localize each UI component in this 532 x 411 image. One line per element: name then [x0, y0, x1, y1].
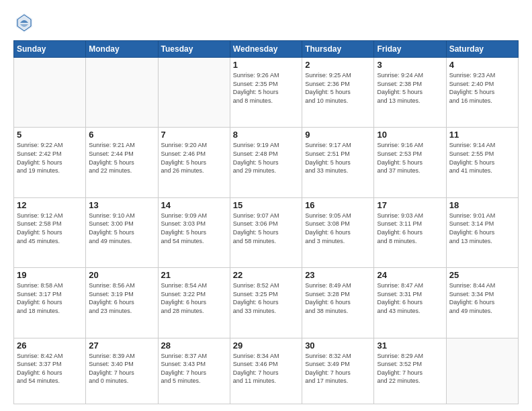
day-info: Sunrise: 9:10 AM Sunset: 3:00 PM Dayligh…: [89, 212, 154, 245]
day-number: 20: [89, 270, 154, 280]
day-number: 6: [89, 130, 154, 140]
calendar-cell: 23Sunrise: 8:49 AM Sunset: 3:28 PM Dayli…: [302, 268, 374, 338]
day-info: Sunrise: 8:54 AM Sunset: 3:22 PM Dayligh…: [161, 281, 227, 315]
day-info: Sunrise: 9:23 AM Sunset: 2:40 PM Dayligh…: [449, 71, 515, 105]
calendar-week-row: 12Sunrise: 9:12 AM Sunset: 2:58 PM Dayli…: [14, 197, 519, 267]
day-info: Sunrise: 9:21 AM Sunset: 2:44 PM Dayligh…: [89, 141, 154, 175]
day-info: Sunrise: 9:25 AM Sunset: 2:36 PM Dayligh…: [305, 71, 371, 105]
calendar-cell: 3Sunrise: 9:24 AM Sunset: 2:38 PM Daylig…: [374, 58, 446, 128]
calendar-cell: 13Sunrise: 9:10 AM Sunset: 3:00 PM Dayli…: [86, 197, 158, 267]
calendar-weekday: Thursday: [302, 41, 374, 58]
calendar-header-row: SundayMondayTuesdayWednesdayThursdayFrid…: [14, 41, 519, 58]
day-info: Sunrise: 9:16 AM Sunset: 2:53 PM Dayligh…: [377, 141, 443, 175]
calendar-week-row: 19Sunrise: 8:58 AM Sunset: 3:17 PM Dayli…: [14, 268, 519, 338]
day-info: Sunrise: 8:29 AM Sunset: 3:52 PM Dayligh…: [377, 352, 443, 385]
day-info: Sunrise: 9:17 AM Sunset: 2:51 PM Dayligh…: [305, 141, 371, 175]
calendar-weekday: Monday: [86, 41, 158, 58]
day-info: Sunrise: 9:14 AM Sunset: 2:55 PM Dayligh…: [449, 141, 515, 175]
calendar-cell: 10Sunrise: 9:16 AM Sunset: 2:53 PM Dayli…: [374, 128, 446, 197]
calendar-cell: 20Sunrise: 8:56 AM Sunset: 3:19 PM Dayli…: [86, 268, 158, 338]
calendar-cell: 9Sunrise: 9:17 AM Sunset: 2:51 PM Daylig…: [302, 128, 374, 197]
day-info: Sunrise: 9:12 AM Sunset: 2:58 PM Dayligh…: [17, 212, 83, 245]
day-number: 4: [449, 60, 515, 70]
day-number: 29: [233, 340, 299, 351]
calendar-cell: 30Sunrise: 8:32 AM Sunset: 3:49 PM Dayli…: [302, 338, 374, 404]
logo-icon: [13, 12, 35, 34]
day-number: 3: [377, 60, 443, 70]
day-number: 22: [233, 270, 299, 280]
day-number: 31: [377, 340, 443, 351]
day-info: Sunrise: 9:24 AM Sunset: 2:38 PM Dayligh…: [377, 71, 443, 105]
calendar-cell: 26Sunrise: 8:42 AM Sunset: 3:37 PM Dayli…: [14, 338, 86, 404]
calendar-cell: [158, 58, 230, 128]
day-number: 18: [449, 200, 515, 210]
day-info: Sunrise: 8:47 AM Sunset: 3:31 PM Dayligh…: [377, 281, 443, 315]
day-info: Sunrise: 9:09 AM Sunset: 3:03 PM Dayligh…: [161, 212, 227, 245]
day-number: 27: [89, 340, 154, 351]
calendar-week-row: 1Sunrise: 9:26 AM Sunset: 2:35 PM Daylig…: [14, 58, 519, 128]
day-number: 12: [17, 200, 83, 210]
calendar-cell: 28Sunrise: 8:37 AM Sunset: 3:43 PM Dayli…: [158, 338, 230, 404]
calendar-cell: 2Sunrise: 9:25 AM Sunset: 2:36 PM Daylig…: [302, 58, 374, 128]
calendar-cell: 21Sunrise: 8:54 AM Sunset: 3:22 PM Dayli…: [158, 268, 230, 338]
calendar-weekday: Friday: [374, 41, 446, 58]
day-number: 30: [305, 340, 371, 351]
day-number: 10: [377, 130, 443, 140]
calendar-cell: 14Sunrise: 9:09 AM Sunset: 3:03 PM Dayli…: [158, 197, 230, 267]
day-info: Sunrise: 8:52 AM Sunset: 3:25 PM Dayligh…: [233, 281, 299, 315]
calendar-cell: 22Sunrise: 8:52 AM Sunset: 3:25 PM Dayli…: [230, 268, 302, 338]
day-info: Sunrise: 8:49 AM Sunset: 3:28 PM Dayligh…: [305, 281, 371, 315]
day-info: Sunrise: 9:26 AM Sunset: 2:35 PM Dayligh…: [233, 71, 299, 105]
day-number: 13: [89, 200, 154, 210]
day-number: 11: [449, 130, 515, 140]
calendar-cell: 7Sunrise: 9:20 AM Sunset: 2:46 PM Daylig…: [158, 128, 230, 197]
calendar-cell: [86, 58, 158, 128]
day-number: 8: [233, 130, 299, 140]
day-number: 28: [161, 340, 227, 351]
calendar-weekday: Tuesday: [158, 41, 230, 58]
calendar-cell: [446, 338, 518, 404]
calendar-week-row: 26Sunrise: 8:42 AM Sunset: 3:37 PM Dayli…: [14, 338, 519, 404]
day-info: Sunrise: 9:05 AM Sunset: 3:08 PM Dayligh…: [305, 212, 371, 245]
day-info: Sunrise: 8:39 AM Sunset: 3:40 PM Dayligh…: [89, 352, 154, 385]
day-number: 15: [233, 200, 299, 210]
calendar-cell: 12Sunrise: 9:12 AM Sunset: 2:58 PM Dayli…: [14, 197, 86, 267]
calendar-cell: 5Sunrise: 9:22 AM Sunset: 2:42 PM Daylig…: [14, 128, 86, 197]
calendar-cell: 4Sunrise: 9:23 AM Sunset: 2:40 PM Daylig…: [446, 58, 518, 128]
logo: [13, 12, 38, 34]
calendar-cell: 11Sunrise: 9:14 AM Sunset: 2:55 PM Dayli…: [446, 128, 518, 197]
day-number: 19: [17, 270, 83, 280]
day-number: 7: [161, 130, 227, 140]
calendar-cell: 1Sunrise: 9:26 AM Sunset: 2:35 PM Daylig…: [230, 58, 302, 128]
day-number: 14: [161, 200, 227, 210]
day-info: Sunrise: 8:44 AM Sunset: 3:34 PM Dayligh…: [449, 281, 515, 315]
calendar-cell: 31Sunrise: 8:29 AM Sunset: 3:52 PM Dayli…: [374, 338, 446, 404]
day-number: 9: [305, 130, 371, 140]
day-number: 2: [305, 60, 371, 70]
day-number: 25: [449, 270, 515, 280]
day-info: Sunrise: 8:58 AM Sunset: 3:17 PM Dayligh…: [17, 281, 83, 315]
calendar-table: SundayMondayTuesdayWednesdayThursdayFrid…: [13, 40, 519, 404]
day-number: 21: [161, 270, 227, 280]
calendar-cell: 25Sunrise: 8:44 AM Sunset: 3:34 PM Dayli…: [446, 268, 518, 338]
day-number: 1: [233, 60, 299, 70]
day-number: 5: [17, 130, 83, 140]
day-number: 16: [305, 200, 371, 210]
day-info: Sunrise: 9:19 AM Sunset: 2:48 PM Dayligh…: [233, 141, 299, 175]
calendar-cell: 6Sunrise: 9:21 AM Sunset: 2:44 PM Daylig…: [86, 128, 158, 197]
header: [13, 12, 519, 34]
day-number: 24: [377, 270, 443, 280]
calendar-cell: 29Sunrise: 8:34 AM Sunset: 3:46 PM Dayli…: [230, 338, 302, 404]
day-info: Sunrise: 9:03 AM Sunset: 3:11 PM Dayligh…: [377, 212, 443, 245]
day-info: Sunrise: 9:01 AM Sunset: 3:14 PM Dayligh…: [449, 212, 515, 245]
day-info: Sunrise: 8:42 AM Sunset: 3:37 PM Dayligh…: [17, 352, 83, 385]
calendar-cell: 8Sunrise: 9:19 AM Sunset: 2:48 PM Daylig…: [230, 128, 302, 197]
day-info: Sunrise: 9:22 AM Sunset: 2:42 PM Dayligh…: [17, 141, 83, 175]
day-info: Sunrise: 9:07 AM Sunset: 3:06 PM Dayligh…: [233, 212, 299, 245]
calendar-cell: 16Sunrise: 9:05 AM Sunset: 3:08 PM Dayli…: [302, 197, 374, 267]
day-info: Sunrise: 8:34 AM Sunset: 3:46 PM Dayligh…: [233, 352, 299, 385]
day-info: Sunrise: 8:56 AM Sunset: 3:19 PM Dayligh…: [89, 281, 154, 315]
day-info: Sunrise: 9:20 AM Sunset: 2:46 PM Dayligh…: [161, 141, 227, 175]
calendar-cell: 27Sunrise: 8:39 AM Sunset: 3:40 PM Dayli…: [86, 338, 158, 404]
calendar-weekday: Wednesday: [230, 41, 302, 58]
